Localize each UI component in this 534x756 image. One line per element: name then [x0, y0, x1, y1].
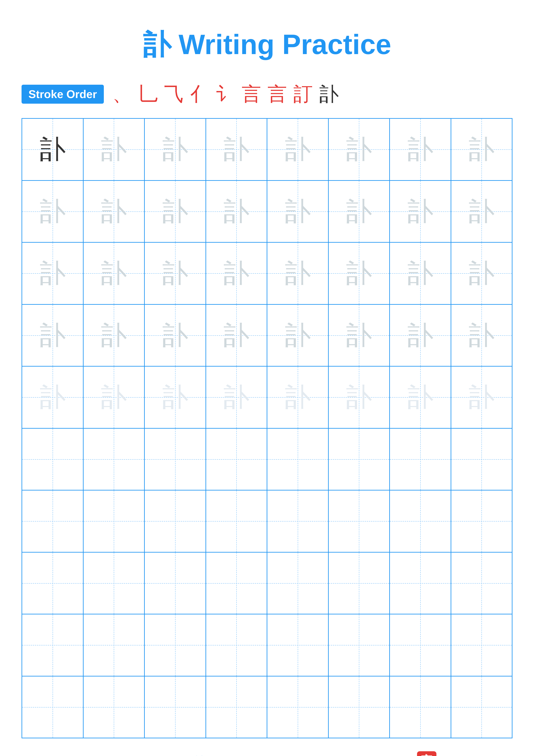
grid-cell-9-8[interactable]: [451, 614, 512, 676]
grid-cell-8-5[interactable]: [267, 553, 329, 614]
grid-cell-9-2[interactable]: [84, 614, 145, 676]
grid-cell-2-5[interactable]: 訃: [267, 181, 329, 242]
stroke-order-badge: Stroke Order: [21, 85, 104, 104]
char-dark: 訃: [39, 136, 65, 162]
grid-cell-5-7[interactable]: 訃: [390, 366, 451, 428]
char-vlight: 訃: [39, 384, 65, 410]
grid-cell-8-6[interactable]: [329, 553, 390, 614]
grid-cell-2-1[interactable]: 訃: [22, 181, 84, 242]
char-light: 訃: [101, 136, 127, 162]
grid-cell-2-7[interactable]: 訃: [390, 181, 451, 242]
grid-cell-5-8[interactable]: 訃: [451, 366, 512, 428]
grid-cell-2-2[interactable]: 訃: [84, 181, 145, 242]
grid-cell-3-2[interactable]: 訃: [84, 243, 145, 304]
grid-cell-9-4[interactable]: [206, 614, 267, 676]
grid-cell-6-6[interactable]: [329, 429, 390, 490]
footer-url[interactable]: https://www.strokeorder.com/chinese/訃: [24, 754, 205, 756]
grid-cell-8-1[interactable]: [22, 553, 84, 614]
grid-cell-9-7[interactable]: [390, 614, 451, 676]
char-light: 訃: [407, 260, 433, 286]
grid-cell-10-2[interactable]: [84, 676, 145, 738]
grid-cell-1-5[interactable]: 訃: [267, 119, 329, 180]
grid-cell-8-2[interactable]: [84, 553, 145, 614]
grid-cell-9-6[interactable]: [329, 614, 390, 676]
grid-cell-2-6[interactable]: 訃: [329, 181, 390, 242]
grid-cell-2-4[interactable]: 訃: [206, 181, 267, 242]
grid-cell-4-7[interactable]: 訃: [390, 305, 451, 366]
char-light: 訃: [162, 136, 188, 162]
char-light: 訃: [223, 199, 249, 224]
grid-cell-1-4[interactable]: 訃: [206, 119, 267, 180]
grid-cell-5-6[interactable]: 訃: [329, 366, 390, 428]
char-light: 訃: [469, 136, 495, 162]
grid-cell-4-3[interactable]: 訃: [145, 305, 206, 366]
grid-cell-4-1[interactable]: 訃: [22, 305, 84, 366]
grid-cell-1-3[interactable]: 訃: [145, 119, 206, 180]
grid-cell-7-8[interactable]: [451, 491, 512, 552]
grid-cell-8-8[interactable]: [451, 553, 512, 614]
grid-cell-9-5[interactable]: [267, 614, 329, 676]
char-light: 訃: [162, 260, 188, 286]
grid-cell-10-7[interactable]: [390, 676, 451, 738]
grid-cell-3-8[interactable]: 訃: [451, 243, 512, 304]
grid-cell-7-1[interactable]: [22, 491, 84, 552]
grid-cell-8-3[interactable]: [145, 553, 206, 614]
practice-grid: 訃 訃 訃 訃 訃 訃 訃 訃: [21, 118, 513, 738]
grid-cell-3-5[interactable]: 訃: [267, 243, 329, 304]
grid-cell-3-3[interactable]: 訃: [145, 243, 206, 304]
grid-cell-6-2[interactable]: [84, 429, 145, 490]
grid-cell-10-5[interactable]: [267, 676, 329, 738]
grid-cell-2-3[interactable]: 訃: [145, 181, 206, 242]
grid-cell-4-4[interactable]: 訃: [206, 305, 267, 366]
stroke-5: 讠: [216, 81, 235, 107]
grid-cell-5-1[interactable]: 訃: [22, 366, 84, 428]
grid-cell-1-7[interactable]: 訃: [390, 119, 451, 180]
grid-cell-1-6[interactable]: 訃: [329, 119, 390, 180]
grid-cell-7-3[interactable]: [145, 491, 206, 552]
grid-cell-7-5[interactable]: [267, 491, 329, 552]
grid-cell-1-8[interactable]: 訃: [451, 119, 512, 180]
char-vlight: 訃: [469, 384, 495, 410]
char-light: 訃: [469, 199, 495, 224]
grid-cell-4-8[interactable]: 訃: [451, 305, 512, 366]
grid-cell-2-8[interactable]: 訃: [451, 181, 512, 242]
grid-cell-7-6[interactable]: [329, 491, 390, 552]
grid-cell-10-3[interactable]: [145, 676, 206, 738]
grid-cell-6-8[interactable]: [451, 429, 512, 490]
grid-cell-6-4[interactable]: [206, 429, 267, 490]
grid-cell-6-3[interactable]: [145, 429, 206, 490]
grid-cell-6-5[interactable]: [267, 429, 329, 490]
grid-cell-10-6[interactable]: [329, 676, 390, 738]
grid-cell-3-4[interactable]: 訃: [206, 243, 267, 304]
grid-cell-10-1[interactable]: [22, 676, 84, 738]
grid-cell-1-2[interactable]: 訃: [84, 119, 145, 180]
grid-cell-9-3[interactable]: [145, 614, 206, 676]
stroke-order-chars: 、 ⺃ ⺄ ⺅ 讠 言 言 訂 訃: [113, 81, 339, 107]
grid-cell-9-1[interactable]: [22, 614, 84, 676]
stroke-4: ⺅: [190, 81, 209, 107]
grid-cell-3-6[interactable]: 訃: [329, 243, 390, 304]
grid-cell-5-2[interactable]: 訃: [84, 366, 145, 428]
grid-cell-8-4[interactable]: [206, 553, 267, 614]
grid-cell-5-5[interactable]: 訃: [267, 366, 329, 428]
grid-cell-6-1[interactable]: [22, 429, 84, 490]
char-light: 訃: [407, 136, 433, 162]
grid-cell-8-7[interactable]: [390, 553, 451, 614]
grid-cell-3-7[interactable]: 訃: [390, 243, 451, 304]
grid-cell-4-2[interactable]: 訃: [84, 305, 145, 366]
grid-cell-10-8[interactable]: [451, 676, 512, 738]
grid-cell-4-5[interactable]: 訃: [267, 305, 329, 366]
grid-cell-10-4[interactable]: [206, 676, 267, 738]
grid-cell-7-4[interactable]: [206, 491, 267, 552]
char-light: 訃: [39, 322, 65, 348]
grid-cell-4-6[interactable]: 訃: [329, 305, 390, 366]
char-vlight: 訃: [223, 384, 249, 410]
grid-cell-7-2[interactable]: [84, 491, 145, 552]
grid-cell-5-3[interactable]: 訃: [145, 366, 206, 428]
grid-cell-1-1[interactable]: 訃: [22, 119, 84, 180]
grid-cell-3-1[interactable]: 訃: [22, 243, 84, 304]
grid-cell-5-4[interactable]: 訃: [206, 366, 267, 428]
grid-cell-6-7[interactable]: [390, 429, 451, 490]
grid-row-8: [22, 553, 512, 615]
grid-cell-7-7[interactable]: [390, 491, 451, 552]
